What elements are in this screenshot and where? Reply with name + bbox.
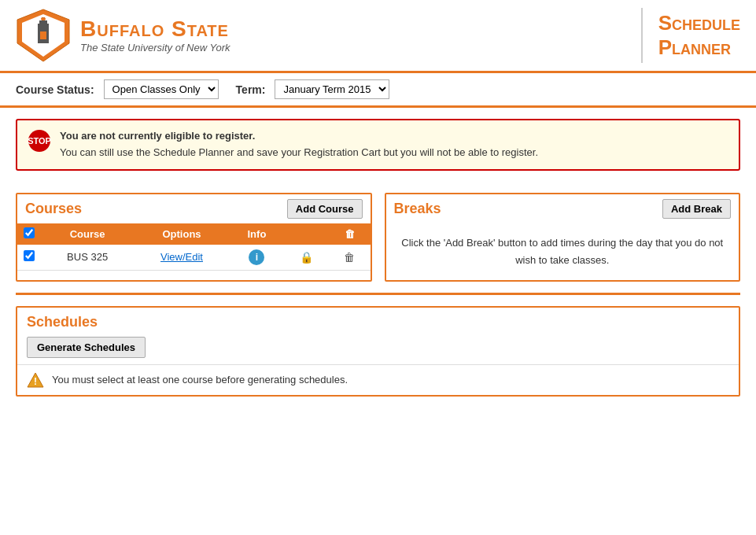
term-label: Term:: [236, 83, 266, 96]
courses-table-header-row: Course Options Info 🗑: [17, 223, 371, 245]
col-course: Course: [41, 223, 134, 245]
table-row: BUS 325 View/Edit i 🔒 🗑: [17, 245, 371, 271]
warning-triangle-icon: !: [27, 371, 44, 389]
schedules-warning: ! You must select at least one course be…: [17, 364, 739, 395]
row-checkbox-cell: [17, 245, 41, 271]
trash-icon[interactable]: 🗑: [344, 251, 355, 264]
schedules-section: Schedules Generate Schedules ! You must …: [16, 306, 740, 397]
generate-schedules-button[interactable]: Generate Schedules: [27, 337, 146, 358]
courses-title: Courses: [25, 201, 82, 217]
schedules-warning-text: You must select at least one course befo…: [52, 374, 348, 386]
svg-text:!: !: [34, 376, 37, 387]
col-options: Options: [134, 223, 230, 245]
university-name: Buffalo State The State University of Ne…: [80, 17, 230, 54]
course-status-label: Course Status:: [16, 83, 94, 96]
courses-panel-header: Courses Add Course: [17, 194, 371, 223]
status-bar: Course Status: Open Classes Only All Cla…: [0, 73, 756, 108]
lock-icon[interactable]: 🔒: [300, 251, 313, 264]
orange-divider: [16, 293, 740, 295]
course-status-select[interactable]: Open Classes Only All Classes: [104, 79, 219, 99]
col-lock: [284, 223, 329, 245]
add-break-button[interactable]: Add Break: [662, 199, 731, 219]
info-cell: i: [230, 245, 284, 271]
schedules-title: Schedules: [27, 314, 729, 330]
stop-icon: STOP: [28, 130, 50, 152]
add-course-button[interactable]: Add Course: [287, 199, 363, 219]
col-checkbox: [17, 223, 41, 245]
col-info: Info: [230, 223, 284, 245]
lock-cell: 🔒: [284, 245, 329, 271]
header: Buffalo State The State University of Ne…: [0, 0, 756, 73]
options-cell: View/Edit: [134, 245, 230, 271]
courses-table: Course Options Info 🗑 BUS 325 View: [17, 223, 371, 271]
main-content: Courses Add Course Course Options Info 🗑: [0, 182, 756, 293]
col-delete: 🗑: [329, 223, 370, 245]
logo-area: Buffalo State The State University of Ne…: [16, 8, 643, 63]
warning-banner: STOP You are not currently eligible to r…: [16, 119, 740, 171]
view-edit-link[interactable]: View/Edit: [160, 251, 203, 263]
info-icon[interactable]: i: [249, 249, 264, 265]
courses-panel: Courses Add Course Course Options Info 🗑: [16, 193, 372, 282]
university-shield-icon: [16, 8, 71, 63]
trash-cell: 🗑: [329, 245, 370, 271]
course-name-cell: BUS 325: [41, 245, 134, 271]
select-all-checkbox[interactable]: [24, 227, 35, 238]
warning-line2: You can still use the Schedule Planner a…: [60, 145, 538, 161]
svg-rect-5: [40, 31, 46, 39]
breaks-panel: Breaks Add Break Click the 'Add Break' b…: [385, 193, 741, 282]
course-checkbox[interactable]: [24, 250, 35, 261]
delete-col-icon: 🗑: [345, 228, 355, 240]
svg-point-6: [41, 17, 46, 20]
warning-text: You are not currently eligible to regist…: [60, 128, 538, 161]
breaks-description: Click the 'Add Break' button to add time…: [386, 223, 739, 280]
breaks-title: Breaks: [394, 201, 441, 217]
term-select[interactable]: January Term 2015 Spring 2015 Fall 2015: [275, 79, 389, 99]
breaks-panel-header: Breaks Add Break: [386, 194, 739, 223]
schedule-planner-title: SchedulePlanner: [643, 11, 740, 60]
warning-line1: You are not currently eligible to regist…: [60, 128, 538, 145]
schedules-header: Schedules Generate Schedules: [17, 308, 739, 364]
